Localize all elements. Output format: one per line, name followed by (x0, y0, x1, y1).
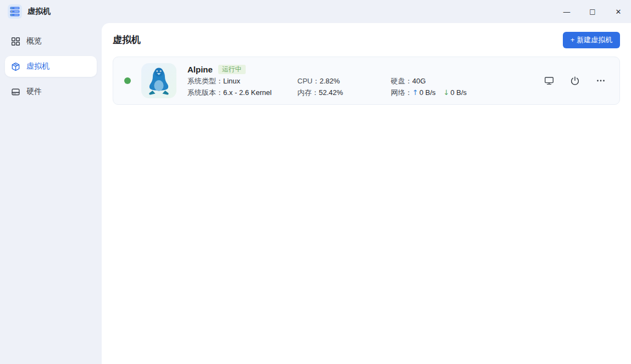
app-logo-server-icon (8, 4, 22, 19)
status-badge: 运行中 (218, 65, 246, 74)
main-header: 虚拟机 + 新建虚拟机 (113, 23, 620, 57)
linux-penguin-icon (141, 63, 176, 98)
sidebar-item-overview[interactable]: 概览 (5, 31, 97, 52)
disk-value: 40G (412, 75, 426, 87)
sidebar-item-virtual-machines[interactable]: 虚拟机 (5, 56, 97, 77)
upload-value: 0 B/s (419, 87, 436, 98)
new-vm-button[interactable]: + 新建虚拟机 (563, 32, 620, 48)
disk-label: 硬盘： (391, 75, 412, 87)
status-dot (124, 77, 131, 84)
os-version-value: 6.x - 2.6 Kernel (223, 87, 272, 98)
cpu-value: 2.82% (319, 75, 340, 87)
vm-cpu-memory-column: CPU： 2.82% 内存： 52.42% (297, 64, 391, 98)
vm-disk-network-column: 硬盘： 40G 网络： ↑ 0 B/s ↓ 0 B/s (391, 64, 517, 98)
app-title: 虚拟机 (27, 7, 51, 16)
maximize-icon[interactable]: □ (584, 3, 601, 20)
memory-value: 52.42% (319, 87, 343, 98)
sidebar: 概览 虚拟机 (0, 23, 102, 364)
drive-icon (11, 87, 20, 97)
console-monitor-icon[interactable] (544, 75, 555, 86)
sidebar-item-label: 概览 (26, 36, 42, 46)
titlebar: 虚拟机 — □ ✕ (0, 0, 631, 23)
download-arrow-icon: ↓ (444, 87, 450, 98)
download-value: 0 B/s (450, 87, 467, 98)
os-type-label: 系统类型： (187, 75, 223, 87)
sidebar-item-label: 硬件 (26, 87, 42, 97)
vm-name: Alpine (187, 64, 213, 75)
close-icon[interactable]: ✕ (610, 3, 627, 20)
cpu-label: CPU： (297, 75, 319, 87)
vm-actions (544, 75, 606, 86)
main-panel: 虚拟机 + 新建虚拟机 (102, 23, 631, 364)
page-title: 虚拟机 (113, 33, 141, 46)
memory-label: 内存： (297, 87, 319, 98)
vm-card[interactable]: Alpine 运行中 系统类型： Linux 系统版本： 6.x - 2.6 K… (113, 57, 620, 105)
power-icon[interactable] (569, 75, 580, 86)
sidebar-item-hardware[interactable]: 硬件 (5, 81, 97, 102)
app-body: 概览 虚拟机 (0, 23, 631, 364)
sidebar-item-label: 虚拟机 (26, 61, 49, 71)
more-options-icon[interactable] (595, 75, 606, 86)
grid-icon (11, 37, 20, 46)
vm-info-column: Alpine 运行中 系统类型： Linux 系统版本： 6.x - 2.6 K… (187, 64, 297, 98)
minimize-icon[interactable]: — (558, 3, 575, 20)
cube-icon (11, 62, 20, 71)
os-type-value: Linux (223, 75, 240, 87)
network-label: 网络： (391, 87, 412, 98)
app-window: 虚拟机 — □ ✕ 概览 (0, 0, 631, 364)
window-controls: — □ ✕ (549, 3, 627, 20)
upload-arrow-icon: ↑ (412, 87, 418, 98)
os-version-label: 系统版本： (187, 87, 223, 98)
